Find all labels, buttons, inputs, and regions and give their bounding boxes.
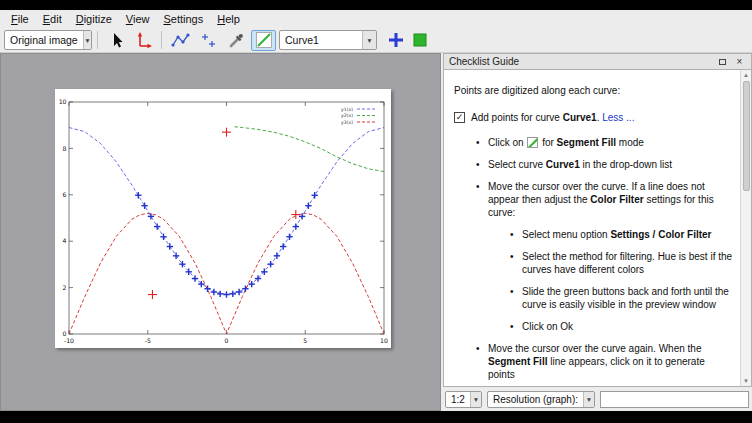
svg-text:10: 10	[59, 98, 67, 105]
checklist-dock: Checklist Guide × Points are digitized a…	[443, 53, 752, 387]
chevron-down-icon: ▼	[83, 31, 91, 49]
menu-help[interactable]: Help	[210, 11, 247, 27]
chevron-down-icon: ▼	[583, 392, 594, 407]
svg-text:4: 4	[63, 237, 67, 244]
checklist-intro: Points are digitized along each curve:	[454, 84, 733, 97]
menu-settings[interactable]: Settings	[156, 11, 210, 27]
checklist-bullet: •Select the method for filtering. Hue is…	[454, 250, 733, 276]
checklist-bullet: •Move the cursor over the curve again. W…	[454, 342, 733, 381]
svg-text:10: 10	[380, 337, 388, 344]
checkbox-checked-icon[interactable]: ✓	[454, 112, 465, 123]
svg-text:y1(x): y1(x)	[341, 107, 353, 112]
checklist-item-add-points-text: Add points for curve Curve1. Less ...	[471, 111, 634, 124]
scroll-up-icon[interactable]: ▲	[743, 70, 749, 80]
svg-text:0: 0	[225, 337, 229, 344]
select-tool-button[interactable]	[103, 30, 128, 51]
checklist-bullet: •Click on for Segment Fill mode	[454, 136, 733, 149]
axes-icon	[134, 30, 154, 50]
zoom-value: 1:2	[446, 394, 470, 405]
statusbar: 1:2 ▼ Resolution (graph): ▼	[445, 390, 749, 408]
zoom-combo[interactable]: 1:2 ▼	[445, 391, 482, 408]
axis-point-tool-button[interactable]	[131, 30, 156, 51]
toolbar-separator	[161, 31, 162, 49]
point-style-cross-icon[interactable]	[386, 30, 406, 50]
svg-text:y2(x): y2(x)	[341, 113, 353, 118]
segment-fill-tool-button[interactable]	[251, 30, 276, 51]
svg-text:-10: -10	[64, 337, 74, 344]
dock-title-text: Checklist Guide	[449, 56, 519, 67]
curve-combo-value: Curve1	[280, 34, 324, 46]
curve-points-icon	[170, 30, 190, 50]
svg-text:8: 8	[63, 145, 67, 152]
menubar: FileEditDigitizeViewSettingsHelp	[0, 10, 752, 28]
curve-point-tool-button[interactable]	[167, 30, 192, 51]
chevron-down-icon: ▼	[362, 31, 376, 49]
graph-view[interactable]: 0246810-10-50510y1(x)y2(x)y3(x)	[0, 53, 441, 411]
checklist-dock-titlebar[interactable]: Checklist Guide ×	[443, 53, 752, 70]
cursor-arrow-icon	[106, 30, 126, 50]
menu-file[interactable]: File	[4, 11, 36, 27]
checklist-bullet: •Select menu option Settings / Color Fil…	[454, 228, 733, 241]
coordinates-field[interactable]	[600, 391, 749, 408]
segment-fill-icon	[254, 30, 274, 50]
point-match-tool-button[interactable]	[195, 30, 220, 51]
menu-view[interactable]: View	[119, 11, 157, 27]
view-previews	[386, 30, 430, 50]
dock-buttons: ×	[716, 55, 746, 68]
svg-text:6: 6	[63, 191, 67, 198]
plot-svg[interactable]: 0246810-10-50510y1(x)y2(x)y3(x)	[55, 89, 391, 348]
scrollbar-thumb[interactable]	[743, 81, 750, 191]
svg-text:-5: -5	[145, 337, 151, 344]
checklist-scrollbar[interactable]: ▲ ▼	[740, 70, 751, 386]
engauge-window: FileEditDigitizeViewSettingsHelp Origina…	[0, 10, 752, 411]
point-match-icon	[198, 30, 218, 50]
close-dock-icon[interactable]: ×	[733, 55, 746, 68]
float-dock-icon[interactable]	[716, 55, 729, 68]
resolution-combo[interactable]: Resolution (graph): ▼	[487, 391, 595, 408]
checklist-bullet: •Select curve Curve1 in the drop-down li…	[454, 158, 733, 171]
background-combo-value: Original image	[5, 34, 83, 46]
checklist-bullet: •Click on Ok	[454, 320, 733, 333]
checklist-link[interactable]: Less ...	[602, 112, 634, 123]
chevron-down-icon: ▼	[470, 392, 481, 407]
svg-text:5: 5	[303, 337, 307, 344]
filter-preview-square-icon[interactable]	[410, 30, 430, 50]
eyedropper-icon	[226, 30, 246, 50]
scroll-down-icon[interactable]: ▼	[743, 376, 749, 386]
menu-digitize[interactable]: Digitize	[69, 11, 119, 27]
digitize-toolbar: Original image ▼	[0, 28, 752, 53]
color-picker-tool-button[interactable]	[223, 30, 248, 51]
svg-text:2: 2	[63, 284, 67, 291]
checklist-bullet: •Move the cursor over the curve. If a li…	[454, 180, 733, 219]
checklist-body: Points are digitized along each curve: ✓…	[443, 70, 752, 387]
menu-edit[interactable]: Edit	[36, 11, 69, 27]
graph-canvas[interactable]: 0246810-10-50510y1(x)y2(x)y3(x)	[55, 89, 391, 348]
segment-fill-icon	[527, 137, 538, 148]
checklist-bullets: •Click on for Segment Fill mode•Select c…	[454, 136, 733, 381]
checklist-bullet: •Slide the green buttons back and forth …	[454, 285, 733, 311]
resolution-value: Resolution (graph):	[488, 394, 583, 405]
svg-text:y3(x): y3(x)	[341, 120, 353, 125]
background-combo[interactable]: Original image ▼	[4, 30, 92, 50]
curve-combo[interactable]: Curve1 ▼	[279, 30, 377, 50]
toolbar-separator	[97, 31, 98, 49]
checklist-item-add-points: ✓ Add points for curve Curve1. Less ...	[454, 111, 733, 124]
